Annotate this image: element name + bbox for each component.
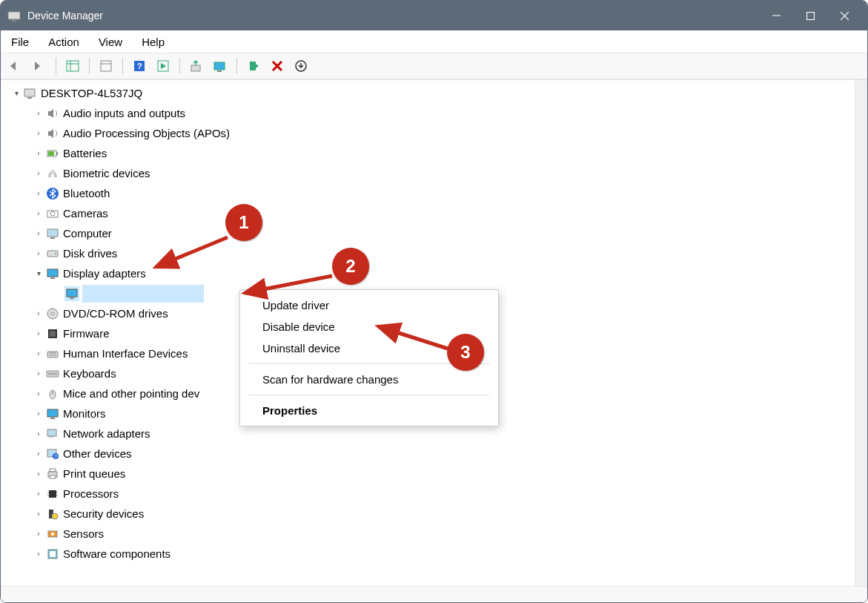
tree-node[interactable]: ›Processors [1, 484, 855, 504]
tree-node[interactable]: ›Disk drives [1, 243, 855, 263]
tree-node-label: Network adapters [63, 424, 150, 444]
show-hide-tree-button[interactable] [62, 56, 83, 76]
tree-node-label: Security devices [63, 504, 144, 524]
svg-rect-52 [47, 429, 56, 436]
chevron-right-icon[interactable]: › [33, 389, 44, 399]
menu-file[interactable]: File [8, 34, 32, 50]
menu-view[interactable]: View [96, 34, 125, 50]
tree-node-label: Cameras [63, 204, 108, 223]
speaker-icon [45, 106, 60, 121]
update-driver-button[interactable] [186, 56, 207, 76]
svg-rect-17 [217, 70, 222, 72]
chevron-right-icon[interactable]: › [33, 228, 44, 239]
menubar: File Action View Help [1, 30, 867, 53]
tree-node[interactable]: ›Audio Processing Objects (APOs) [1, 123, 855, 143]
action-button[interactable] [153, 56, 173, 76]
tree-node-label: Print queues [63, 464, 125, 484]
chevron-right-icon[interactable]: › [33, 128, 44, 139]
tree-node[interactable]: ›Sensors [1, 524, 855, 544]
tree-node[interactable]: ›Print queues [1, 464, 855, 484]
tree-node-label: Audio Processing Objects (APOs) [63, 124, 230, 143]
svg-rect-26 [48, 151, 54, 156]
tree-node[interactable]: ›Biometric devices [1, 163, 855, 183]
disable-button[interactable] [267, 56, 288, 76]
help-button[interactable]: ? [129, 56, 150, 76]
svg-rect-58 [50, 475, 56, 478]
chevron-right-icon[interactable]: › [33, 168, 44, 179]
tree-node[interactable]: ›Batteries [1, 143, 855, 163]
vertical-scrollbar[interactable] [855, 80, 867, 586]
minimize-button[interactable] [759, 1, 793, 30]
ctx-update-driver[interactable]: Update driver [240, 294, 498, 316]
toolbar: ? [1, 53, 867, 79]
chevron-down-icon[interactable]: ▾ [11, 88, 21, 99]
tree-node[interactable]: ▾Display adapters [1, 263, 855, 283]
chevron-right-icon[interactable]: › [33, 329, 44, 339]
statusbar [1, 586, 867, 602]
tree-node[interactable]: ›Cameras [1, 203, 855, 223]
tree-node-label: Processors [63, 484, 119, 504]
enable-button[interactable] [243, 56, 264, 76]
properties-button[interactable] [96, 56, 116, 76]
tree-node[interactable]: ›Audio inputs and outputs [1, 103, 855, 123]
svg-rect-30 [47, 229, 58, 237]
display-icon [64, 286, 79, 301]
svg-rect-42 [47, 352, 58, 357]
chevron-right-icon[interactable]: › [33, 248, 44, 259]
tree-node[interactable]: ›Computer [1, 223, 855, 243]
svg-point-39 [51, 312, 54, 315]
tree-node-label: Audio inputs and outputs [63, 104, 185, 123]
forward-button[interactable] [29, 56, 50, 76]
chevron-right-icon[interactable]: › [33, 549, 44, 559]
tree-node-label: Display adapters [63, 264, 146, 283]
tree-root[interactable]: ▾ DESKTOP-4L537JQ [1, 83, 855, 103]
back-button[interactable] [5, 56, 26, 76]
chevron-right-icon[interactable]: › [33, 449, 44, 459]
tree-node[interactable]: ›?Other devices [1, 444, 855, 464]
printer-icon [45, 467, 60, 481]
menu-help[interactable]: Help [139, 34, 168, 50]
network-icon [45, 426, 60, 441]
svg-rect-9 [101, 61, 111, 71]
svg-rect-0 [8, 12, 20, 19]
svg-text:?: ? [137, 62, 142, 70]
chevron-right-icon[interactable]: › [33, 349, 44, 359]
chevron-right-icon[interactable]: › [33, 188, 44, 199]
chevron-right-icon[interactable]: › [33, 489, 44, 499]
chevron-right-icon[interactable]: › [33, 148, 44, 159]
chevron-right-icon[interactable]: › [33, 108, 44, 119]
svg-rect-18 [250, 62, 256, 70]
menu-action[interactable]: Action [45, 34, 82, 50]
chevron-right-icon[interactable]: › [33, 509, 44, 519]
chevron-right-icon[interactable]: › [33, 529, 44, 539]
svg-rect-25 [56, 152, 58, 155]
tree-node-label: Mice and other pointing dev [63, 384, 199, 403]
tree-node[interactable]: ›Software components [1, 544, 855, 564]
chevron-right-icon[interactable]: › [33, 469, 44, 479]
scan-hardware-button[interactable] [210, 56, 231, 76]
chevron-right-icon[interactable]: › [33, 409, 44, 419]
uninstall-button[interactable] [291, 56, 311, 76]
tree-child-label [82, 285, 204, 303]
tree-node[interactable]: ›Network adapters [1, 424, 855, 444]
tree-node[interactable]: ›Bluetooth [1, 183, 855, 203]
chevron-down-icon[interactable]: ▾ [33, 268, 44, 279]
ctx-properties[interactable]: Properties [240, 400, 498, 421]
dvd-icon [45, 306, 60, 321]
chevron-right-icon[interactable]: › [33, 429, 44, 439]
svg-rect-3 [806, 12, 814, 19]
tree-node-label: Sensors [63, 524, 104, 544]
titlebar: Device Manager [1, 1, 867, 30]
tree-node[interactable]: ›Security devices [1, 504, 855, 524]
chevron-right-icon[interactable]: › [33, 309, 44, 319]
close-button[interactable] [827, 1, 861, 30]
chevron-right-icon[interactable]: › [33, 208, 44, 219]
security-icon [45, 507, 60, 521]
maximize-button[interactable] [793, 1, 827, 30]
svg-rect-45 [47, 371, 59, 377]
svg-rect-34 [47, 269, 58, 277]
ctx-scan-hardware[interactable]: Scan for hardware changes [240, 369, 498, 390]
hid-icon [45, 346, 60, 361]
chevron-right-icon[interactable]: › [33, 369, 44, 379]
tree-node-label: Disk drives [63, 244, 117, 263]
